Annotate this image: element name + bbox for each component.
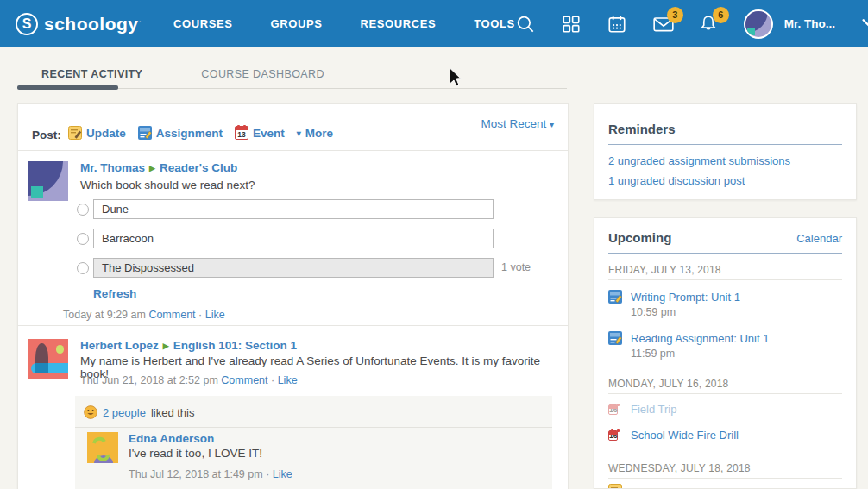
chevron-down-icon[interactable] [860, 14, 868, 34]
author-link[interactable]: Mr. Thomas [80, 161, 145, 174]
active-tab-underline [17, 85, 118, 90]
calendar-link[interactable]: Calendar [796, 232, 842, 245]
post-author-line: Herbert Lopez▶English 101: Section 1 [80, 339, 297, 352]
upcoming-card: Upcoming Calendar FRIDAY, JULY 13, 2018 … [594, 217, 857, 489]
apps-grid-icon[interactable] [561, 14, 582, 34]
user-menu-name[interactable]: Mr. Tho... [784, 17, 835, 30]
composer-divider [18, 150, 568, 151]
primary-nav: COURSES GROUPS RESOURCES TOOLS [173, 17, 515, 30]
caret-down-icon: ▾ [550, 120, 554, 129]
course-link[interactable]: Reader's Club [160, 161, 237, 174]
event-time: 11:59 pm [631, 348, 675, 360]
poll-radio[interactable] [77, 233, 89, 245]
context-arrow-icon: ▶ [163, 342, 169, 350]
liked-by-link[interactable]: 2 people [103, 406, 146, 419]
tab-recent-activity[interactable]: RECENT ACTIVITY [41, 68, 142, 80]
context-arrow-icon: ▶ [149, 164, 155, 172]
calendar-icon[interactable] [607, 14, 627, 34]
notifications-badge: 6 [713, 7, 729, 23]
smiley-icon [84, 405, 97, 419]
date-header: WEDNESDAY, JULY 18, 2018 [608, 462, 751, 474]
date-divider [608, 393, 842, 394]
poll-refresh-link[interactable]: Refresh [93, 287, 136, 300]
caret-down-icon: ▾ [297, 129, 301, 138]
top-navbar: S schoology ʹ COURSES GROUPS RESOURCES T… [0, 0, 868, 47]
upcoming-event-link[interactable]: Reading Assignment: Unit 1 [631, 332, 769, 345]
author-link[interactable]: Herbert Lopez [80, 339, 159, 352]
assignment-icon [608, 290, 622, 306]
event-icon: 13 [235, 126, 248, 140]
poll-option-row: Barracoon [77, 229, 494, 248]
poll-option-row: Dune [77, 199, 494, 219]
nav-tools[interactable]: TOOLS [474, 17, 515, 30]
search-icon[interactable] [515, 14, 536, 34]
post-update-button[interactable]: Update [68, 126, 126, 140]
nav-resources[interactable]: RESOURCES [361, 17, 437, 30]
feed-card: Post: Update Assignment 13 Event ▾ More [17, 103, 569, 489]
like-link[interactable]: Like [273, 468, 292, 480]
poll-option[interactable]: Barracoon [93, 229, 494, 248]
comment-link[interactable]: Comment [221, 374, 267, 386]
liked-row: 2 people liked this [75, 396, 552, 428]
date-header: FRIDAY, JULY 13, 2018 [608, 264, 721, 276]
sort-dropdown[interactable]: Most Recent ▾ [481, 117, 554, 130]
notifications-bell-icon[interactable]: 6 [698, 14, 719, 34]
poll-radio[interactable] [77, 262, 89, 274]
ungraded-discussion-link[interactable]: 1 ungraded discussion post [608, 174, 745, 187]
poll-option-row: The Dispossessed [77, 258, 494, 278]
date-divider [608, 279, 842, 280]
ungraded-assignments-link[interactable]: 2 ungraded assignment submissions [608, 154, 790, 167]
comment-link[interactable]: Comment [148, 309, 195, 321]
liked-suffix: liked this [151, 406, 195, 419]
logo-trademark: ʹ [140, 20, 142, 28]
comment-body: I've read it too, I LOVE IT! [129, 447, 262, 460]
navbar-right: 3 6 Mr. Tho... [515, 9, 868, 39]
poll-option[interactable]: Dune [93, 199, 494, 219]
comments-panel: 2 people liked this Edna Anderson I've r… [75, 396, 552, 489]
poll-radio[interactable] [77, 204, 89, 216]
like-link[interactable]: Like [205, 309, 225, 321]
like-link[interactable]: Like [278, 374, 298, 386]
timestamp: Thu Jun 21, 2018 at 2:52 pm [80, 374, 218, 386]
feed-tabs: RECENT ACTIVITY COURSE DASHBOARD [41, 68, 324, 80]
update-icon [68, 126, 82, 140]
post-event-button[interactable]: 13 Event [235, 126, 285, 140]
comment-author: Edna Anderson [129, 432, 214, 445]
event-icon: 16 [608, 428, 618, 444]
course-link[interactable]: English 101: Section 1 [173, 339, 297, 352]
logo-text: schoology [44, 14, 139, 34]
vote-count: 1 vote [501, 261, 531, 273]
date-header: MONDAY, JULY 16, 2018 [608, 378, 728, 390]
upcoming-divider [608, 253, 842, 254]
messages-icon[interactable]: 3 [652, 14, 673, 34]
post-meta: Thu Jun 21, 2018 at 2:52 pm Comment · Li… [80, 374, 298, 386]
event-time: 10:59 pm [631, 306, 676, 318]
avatar[interactable] [28, 339, 68, 379]
timestamp: Today at 9:29 am [63, 309, 146, 321]
avatar[interactable] [87, 432, 118, 463]
update-icon [608, 484, 622, 489]
upcoming-event-link[interactable]: Field Trip [631, 403, 676, 416]
poll-option[interactable]: The Dispossessed [93, 258, 494, 278]
nav-groups[interactable]: GROUPS [271, 17, 323, 30]
avatar[interactable] [28, 161, 68, 201]
composer-actions: Update Assignment 13 Event ▾ More [68, 126, 333, 140]
post-divider [18, 325, 568, 326]
user-avatar[interactable] [744, 9, 773, 39]
event-icon: 16 [608, 402, 618, 418]
schoology-logo[interactable]: S schoology ʹ [16, 13, 141, 35]
post-more-button[interactable]: ▾ More [297, 127, 333, 140]
tab-course-dashboard[interactable]: COURSE DASHBOARD [201, 68, 324, 80]
assignment-icon [608, 331, 622, 348]
nav-courses[interactable]: COURSES [173, 17, 233, 30]
upcoming-event-link[interactable]: Writing Prompt: Unit 1 [631, 291, 740, 304]
schoology-s-icon: S [16, 13, 38, 35]
reminders-title: Reminders [608, 122, 676, 136]
comment-meta: Thu Jul 12, 2018 at 1:49 pm · Like [129, 468, 292, 480]
assignment-icon [138, 126, 152, 140]
post-meta: Today at 9:29 am Comment · Like [63, 309, 225, 321]
upcoming-event-link[interactable]: School Wide Fire Drill [631, 429, 739, 442]
post-assignment-button[interactable]: Assignment [138, 126, 223, 140]
author-link[interactable]: Edna Anderson [129, 432, 214, 445]
date-divider [608, 478, 842, 479]
